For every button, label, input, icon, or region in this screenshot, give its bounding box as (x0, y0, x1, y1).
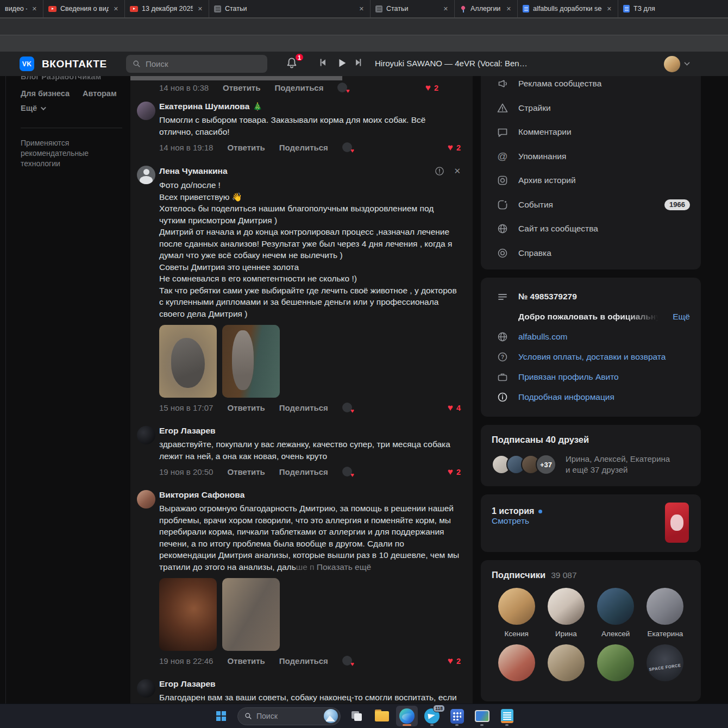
subscriber-name[interactable]: Алексей (601, 630, 630, 638)
browser-tab[interactable]: Аллергии у американс ✕ (455, 0, 518, 17)
like-button[interactable]: ♥2 (448, 657, 461, 666)
detailed-info-link[interactable]: Подробная информация (518, 392, 614, 402)
chevron-down-icon[interactable] (684, 60, 689, 65)
subscribers-title[interactable]: Подписчики (492, 570, 545, 580)
friends-subscribed-card[interactable]: Подписаны 40 друзей +37 Ирина, Алексей, … (481, 425, 701, 486)
avito-profile-link[interactable]: Привязан профиль Авито (518, 372, 619, 382)
share-button[interactable]: Поделиться (279, 467, 328, 476)
link-for-business[interactable]: Для бизнеса (21, 89, 70, 98)
player-play-button[interactable] (336, 57, 348, 69)
telegram-button[interactable]: 118 (421, 706, 443, 726)
browser-tab[interactable]: Сведения о видео - YouTub ✕ (43, 0, 125, 17)
avito-profile-row[interactable]: Привязан профиль Авито (492, 367, 690, 387)
subscriber-name[interactable]: Екатерина (647, 630, 683, 638)
tab-close-icon[interactable]: ✕ (358, 5, 365, 12)
like-button[interactable]: ♥4 (448, 404, 461, 412)
reply-button[interactable]: Ответить (227, 467, 265, 476)
search-input[interactable] (146, 59, 243, 68)
menu-item-comments[interactable]: Комментарии (481, 120, 701, 145)
close-icon[interactable]: ✕ (454, 166, 461, 176)
liker-avatar[interactable]: ♥ (342, 467, 354, 477)
payment-terms-row[interactable]: ? Условия оплаты, доставки и возврата (492, 347, 690, 367)
calculator-button[interactable] (446, 706, 468, 726)
comment-date[interactable]: 15 ноя в 17:07 (159, 403, 213, 412)
tab-close-icon[interactable]: ✕ (112, 5, 120, 12)
notepad-button[interactable] (496, 706, 518, 726)
vk-logo[interactable]: VK (20, 57, 34, 71)
reply-button[interactable]: Ответить (223, 83, 260, 92)
like-button[interactable]: ♥2 (448, 143, 461, 152)
menu-item-help[interactable]: Справка (481, 241, 701, 266)
comment-date[interactable]: 14 ноя в 0:38 (159, 83, 209, 92)
subscriber[interactable] (492, 644, 541, 681)
tab-close-icon[interactable]: ✕ (31, 5, 38, 12)
dog-photo[interactable] (222, 325, 280, 398)
link-more[interactable]: Ещё (21, 104, 124, 112)
commenter-name[interactable]: Егор Лазарев (159, 426, 216, 436)
subscriber-avatar[interactable] (597, 644, 634, 681)
subscriber[interactable]: Алексей (591, 588, 641, 638)
commenter-name[interactable]: Екатерина Шумилова (159, 102, 249, 111)
report-icon[interactable] (434, 166, 445, 177)
subscriber-avatar[interactable] (548, 588, 585, 625)
share-button[interactable]: Поделиться (274, 83, 323, 92)
start-button[interactable] (210, 706, 232, 726)
browser-tab[interactable]: Статьи ✕ (371, 0, 455, 17)
dog-photo[interactable] (159, 325, 217, 398)
photos-app-button[interactable] (471, 706, 493, 726)
subscriber-avatar[interactable] (548, 644, 585, 681)
comment-date[interactable]: 14 ноя в 19:18 (159, 143, 213, 152)
subscriber-avatar[interactable] (498, 588, 535, 625)
subscriber-avatar[interactable] (498, 644, 535, 681)
edge-browser-button[interactable] (396, 706, 418, 726)
taskbar-search[interactable] (237, 707, 341, 725)
menu-item-mentions[interactable]: @ Упоминания (481, 145, 701, 169)
friends-more-count[interactable]: +37 (536, 454, 556, 475)
menu-item-community-site[interactable]: Сайт из сообщества (481, 217, 701, 241)
subscriber-name[interactable]: Ирина (555, 630, 577, 638)
commenter-name[interactable]: Лена Чуманкина (159, 166, 228, 176)
story-thumbnail[interactable] (665, 503, 689, 543)
tab-close-icon[interactable]: ✕ (505, 5, 512, 12)
comment-date[interactable]: 19 ноя в 20:50 (159, 467, 213, 476)
reply-button[interactable]: Ответить (227, 143, 265, 152)
liker-avatar[interactable]: ♥ (342, 142, 354, 153)
subscriber[interactable] (591, 644, 641, 681)
subscriber-avatar[interactable]: SPACE FORCE (647, 644, 683, 681)
subscriber[interactable]: SPACE FORCE (641, 644, 690, 681)
notifications-button[interactable]: 1 (285, 56, 301, 72)
browser-tab[interactable]: видео - YouTub ✕ (0, 0, 43, 17)
task-view-button[interactable] (346, 706, 368, 726)
subscriber[interactable] (541, 644, 591, 681)
dog-photo[interactable] (159, 578, 217, 651)
browser-tab[interactable]: Статьи ✕ (209, 0, 371, 17)
share-button[interactable]: Поделиться (279, 656, 328, 666)
subscriber[interactable]: Ксения (492, 588, 541, 638)
menu-item-community-ads[interactable]: Реклама сообщества (481, 76, 701, 96)
tab-close-icon[interactable]: ✕ (197, 5, 204, 12)
subscriber-avatar[interactable] (597, 588, 634, 625)
liker-avatar[interactable]: ♥ (337, 83, 349, 93)
vk-search-bar[interactable] (126, 55, 267, 73)
commenter-name[interactable]: Виктория Сафонова (159, 490, 244, 500)
liker-avatar[interactable]: ♥ (342, 656, 354, 666)
commenter-avatar[interactable] (137, 679, 155, 698)
player-next-button[interactable] (353, 57, 364, 68)
share-button[interactable]: Поделиться (279, 143, 328, 152)
reply-button[interactable]: Ответить (227, 656, 265, 666)
commenter-avatar[interactable] (137, 490, 155, 509)
player-previous-button[interactable] (317, 57, 328, 68)
browser-tab[interactable]: ТЗ для (618, 0, 728, 17)
community-site-link[interactable]: alfabulls.com (518, 332, 567, 342)
like-button[interactable]: ♥2 (448, 468, 461, 476)
reply-button[interactable]: Ответить (227, 403, 265, 412)
tab-close-icon[interactable]: ✕ (606, 5, 613, 12)
liker-avatar[interactable]: ♥ (342, 403, 354, 413)
taskbar-search-input[interactable] (256, 712, 311, 720)
subscriber-name[interactable]: Ксения (504, 630, 528, 638)
dog-photo[interactable] (222, 578, 280, 651)
menu-item-strikes[interactable]: Страйки (481, 96, 701, 121)
commenter-name[interactable]: Егор Лазарев (159, 679, 216, 689)
vk-brand[interactable]: ВКОНТАКТЕ (42, 58, 107, 70)
subscriber-avatar[interactable] (647, 588, 683, 625)
